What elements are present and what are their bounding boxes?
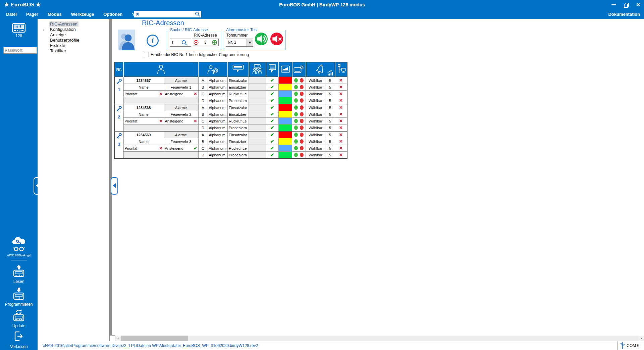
ric-address-cell[interactable]: 1234569 bbox=[123, 131, 164, 138]
minimize-icon[interactable] bbox=[611, 4, 616, 5]
program-button[interactable]: Programmieren bbox=[0, 287, 38, 307]
ric-address-cell[interactable]: 1234568 bbox=[123, 104, 164, 111]
ric-search-box[interactable] bbox=[170, 39, 191, 47]
empty-cell[interactable] bbox=[249, 97, 266, 104]
disabled-cell[interactable]: ✕ bbox=[335, 111, 347, 118]
level-cell[interactable]: 5 bbox=[325, 77, 335, 84]
selectable-cell[interactable]: Wählbar bbox=[306, 118, 325, 124]
selectable-cell[interactable]: Wählbar bbox=[306, 77, 325, 84]
disabled-cell[interactable]: ✕ bbox=[335, 152, 347, 159]
empty-cell[interactable] bbox=[123, 97, 198, 104]
alarm-color-cell[interactable] bbox=[279, 118, 292, 124]
profile-cell[interactable]: Alarme bbox=[164, 104, 198, 111]
selectable-cell[interactable]: Wählbar bbox=[306, 104, 325, 111]
level-cell[interactable]: 5 bbox=[325, 145, 335, 152]
menu-modus[interactable]: Modus bbox=[48, 12, 62, 17]
ascending-cell[interactable]: Ansteigend✕ bbox=[164, 118, 198, 124]
type-cell[interactable]: Alphanum. bbox=[208, 77, 228, 84]
scroll-left-icon[interactable]: ‹ bbox=[115, 336, 121, 341]
disabled-cell[interactable]: ✕ bbox=[335, 145, 347, 152]
alarm-color-cell[interactable] bbox=[279, 131, 292, 138]
empty-cell[interactable] bbox=[123, 152, 198, 159]
enabled-cell[interactable]: ✔ bbox=[266, 111, 279, 118]
selectable-cell[interactable]: Wählbar bbox=[306, 84, 325, 91]
enabled-cell[interactable]: ✔ bbox=[266, 145, 279, 152]
message-cell[interactable]: Probealarn bbox=[228, 124, 249, 132]
led-cell[interactable] bbox=[292, 118, 306, 124]
led-cell[interactable] bbox=[292, 145, 306, 152]
nav-item-benutzerprofile[interactable]: Benutzerprofile bbox=[38, 38, 109, 43]
enabled-cell[interactable]: ✔ bbox=[266, 97, 279, 104]
disabled-cell[interactable]: ✕ bbox=[335, 104, 347, 111]
enabled-cell[interactable]: ✔ bbox=[266, 84, 279, 91]
name-label-cell[interactable]: Name bbox=[123, 138, 164, 145]
dropdown-arrow-icon[interactable] bbox=[247, 39, 253, 46]
level-cell[interactable]: 5 bbox=[325, 118, 335, 124]
empty-cell[interactable] bbox=[249, 152, 266, 159]
increment-ric-checkbox[interactable] bbox=[144, 52, 149, 57]
level-cell[interactable]: 5 bbox=[325, 91, 335, 97]
ric-key-cell[interactable]: 3 bbox=[114, 131, 123, 158]
disabled-cell[interactable]: ✕ bbox=[335, 131, 347, 138]
type-cell[interactable]: Alphanum. bbox=[208, 118, 228, 124]
selectable-cell[interactable]: Wählbar bbox=[306, 124, 325, 132]
priority-cell[interactable]: Priorität✕ bbox=[123, 118, 164, 124]
level-cell[interactable]: 5 bbox=[325, 84, 335, 91]
play-tone-button[interactable] bbox=[255, 33, 268, 45]
led-cell[interactable] bbox=[292, 84, 306, 91]
message-cell[interactable]: Einsatzber bbox=[228, 111, 249, 118]
encryption-button[interactable]: AES128/Boskrypt bbox=[0, 237, 38, 257]
menu-dokumentation[interactable]: Dokumentation bbox=[608, 12, 640, 17]
level-cell[interactable]: 5 bbox=[325, 131, 335, 138]
menu-pager[interactable]: Pager bbox=[26, 12, 38, 17]
alarm-color-cell[interactable] bbox=[279, 84, 292, 91]
message-cell[interactable]: Rückruf Le bbox=[228, 145, 249, 152]
profile-cell[interactable]: Alarme bbox=[164, 131, 198, 138]
empty-cell[interactable] bbox=[249, 111, 266, 118]
level-cell[interactable]: 5 bbox=[325, 124, 335, 132]
type-cell[interactable]: Alphanum. bbox=[208, 138, 228, 145]
ric-key-cell[interactable]: 1 bbox=[114, 77, 123, 104]
alarm-color-cell[interactable] bbox=[279, 152, 292, 159]
message-cell[interactable]: Einsatzalar bbox=[228, 104, 249, 111]
empty-cell[interactable] bbox=[249, 77, 266, 84]
nav-item-fixtexte[interactable]: Fixtexte bbox=[38, 43, 109, 48]
close-icon[interactable]: × bbox=[636, 0, 640, 9]
name-label-cell[interactable]: Name bbox=[123, 111, 164, 118]
selectable-cell[interactable]: Wählbar bbox=[306, 131, 325, 138]
minus-circle-icon[interactable] bbox=[194, 40, 199, 45]
led-cell[interactable] bbox=[292, 138, 306, 145]
search-icon[interactable] bbox=[181, 40, 187, 46]
name-value-cell[interactable]: Feuerwehr 3 bbox=[164, 138, 198, 145]
nav-item-anzeige[interactable]: Anzeige bbox=[38, 32, 109, 38]
horizontal-scrollbar[interactable]: ‹ › bbox=[115, 336, 644, 341]
nav-item-ric-adressen[interactable]: RIC-Adressen bbox=[38, 21, 109, 27]
name-value-cell[interactable]: Feuerwehr 2 bbox=[164, 111, 198, 118]
enabled-cell[interactable]: ✔ bbox=[266, 131, 279, 138]
message-cell[interactable]: Probealarn bbox=[228, 97, 249, 104]
plus-circle-icon[interactable] bbox=[212, 40, 217, 45]
type-cell[interactable]: Alphanum. bbox=[208, 145, 228, 152]
empty-cell[interactable] bbox=[249, 118, 266, 124]
type-cell[interactable]: Alphanum. bbox=[208, 152, 228, 159]
update-button[interactable]: Update bbox=[0, 309, 38, 328]
enabled-cell[interactable]: ✔ bbox=[266, 104, 279, 111]
type-cell[interactable]: Alphanum. bbox=[208, 104, 228, 111]
enabled-cell[interactable]: ✔ bbox=[266, 77, 279, 84]
global-search-box[interactable]: ✕ bbox=[134, 11, 201, 17]
selectable-cell[interactable]: Wählbar bbox=[306, 91, 325, 97]
alarm-color-cell[interactable] bbox=[279, 97, 292, 104]
alarm-color-cell[interactable] bbox=[279, 124, 292, 132]
global-search-input[interactable] bbox=[141, 11, 195, 17]
ascending-cell[interactable]: Ansteigend✔ bbox=[164, 145, 198, 152]
splitter-collapse-handle[interactable] bbox=[111, 177, 118, 195]
enabled-cell[interactable]: ✔ bbox=[266, 152, 279, 159]
alarm-color-cell[interactable] bbox=[279, 138, 292, 145]
empty-cell[interactable] bbox=[249, 138, 266, 145]
led-cell[interactable] bbox=[292, 97, 306, 104]
mute-tone-button[interactable] bbox=[270, 33, 283, 45]
disabled-cell[interactable]: ✕ bbox=[335, 77, 347, 84]
priority-cell[interactable]: Priorität✕ bbox=[123, 91, 164, 97]
led-cell[interactable] bbox=[292, 124, 306, 132]
disabled-cell[interactable]: ✕ bbox=[335, 97, 347, 104]
